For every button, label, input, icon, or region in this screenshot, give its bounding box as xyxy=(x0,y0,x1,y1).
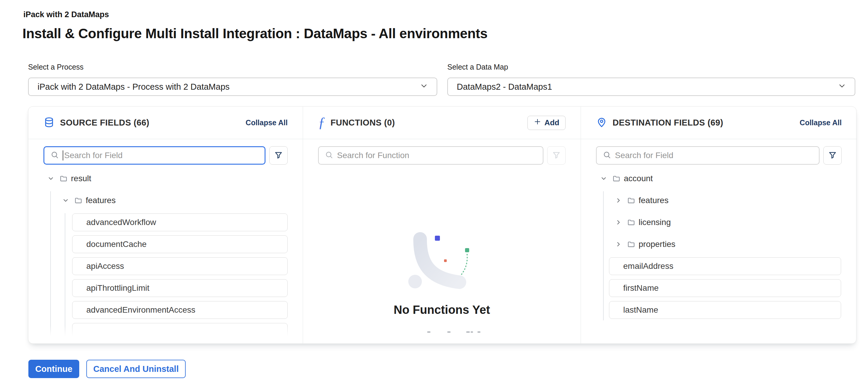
chevron-down-icon[interactable] xyxy=(47,175,55,183)
datamap-select-label: Select a Data Map xyxy=(447,63,508,72)
source-field-chip[interactable]: advancedWorkflow xyxy=(72,214,288,231)
plus-icon xyxy=(534,118,541,128)
source-field-chip[interactable]: documentCache xyxy=(72,235,288,253)
datamap-select[interactable]: DataMaps2 - DataMaps1 xyxy=(447,78,855,96)
empty-state-illustration xyxy=(406,231,483,297)
functions-search-row xyxy=(318,146,565,165)
folder-label: properties xyxy=(639,240,676,249)
chevron-right-icon[interactable] xyxy=(615,197,622,204)
source-panel-title: SOURCE FIELDS (66) xyxy=(60,118,149,128)
continue-button[interactable]: Continue xyxy=(28,360,79,378)
chevron-right-icon[interactable] xyxy=(615,241,622,248)
folder-icon xyxy=(59,174,68,183)
source-fields-panel: SOURCE FIELDS (66) Collapse All xyxy=(28,107,303,343)
functions-panel-title: FUNCTIONS (0) xyxy=(331,118,395,128)
destination-folder-account[interactable]: account xyxy=(596,170,842,188)
destination-fields-panel: DESTINATION FIELDS (69) Collapse All xyxy=(581,107,857,343)
add-function-button[interactable]: Add xyxy=(527,116,565,130)
source-field-chip[interactable]: apiAccess xyxy=(72,257,288,275)
filter-icon xyxy=(552,151,561,161)
destination-field-chip[interactable]: lastName xyxy=(609,301,841,319)
cancel-and-uninstall-button[interactable]: Cancel And Uninstall xyxy=(86,360,186,378)
folder-icon xyxy=(627,196,635,204)
source-folder-features[interactable]: features xyxy=(43,192,288,209)
page-title: Install & Configure Multi Install Integr… xyxy=(23,25,488,41)
source-search-row xyxy=(43,146,288,165)
chevron-down-icon xyxy=(838,81,846,92)
destination-search-row xyxy=(596,146,842,165)
functions-panel: ƒ FUNCTIONS (0) Add xyxy=(303,107,581,343)
clipped-caption-fragments xyxy=(315,331,581,333)
search-icon xyxy=(602,150,615,161)
source-panel-header: SOURCE FIELDS (66) Collapse All xyxy=(28,107,303,139)
source-field-chip[interactable]: apiThrottlingLimit xyxy=(72,279,288,297)
destination-folder-properties[interactable]: properties xyxy=(596,235,842,253)
source-field-chip[interactable]: advancedEnvironmentAccess xyxy=(72,301,288,319)
breadcrumb: iPack with 2 DataMaps xyxy=(23,10,109,19)
text-cursor xyxy=(63,150,63,161)
search-icon xyxy=(324,150,337,161)
folder-icon xyxy=(612,174,621,183)
database-icon xyxy=(43,117,55,129)
source-folder-result[interactable]: result xyxy=(43,170,288,188)
destination-collapse-all-button[interactable]: Collapse All xyxy=(800,118,842,127)
function-icon: ƒ xyxy=(318,115,325,130)
functions-filter-button[interactable] xyxy=(547,146,565,165)
destination-folder-licensing[interactable]: licensing xyxy=(596,214,842,231)
folder-icon xyxy=(627,218,635,226)
filter-icon xyxy=(274,151,283,161)
functions-panel-header: ƒ FUNCTIONS (0) Add xyxy=(303,107,581,139)
folder-label: licensing xyxy=(639,218,671,227)
source-search-input[interactable] xyxy=(64,151,259,160)
source-filter-button[interactable] xyxy=(269,146,288,165)
datamap-select-value: DataMaps2 - DataMaps1 xyxy=(457,82,838,92)
folder-icon xyxy=(74,196,83,204)
destination-field-tree: account features licensing xyxy=(596,170,842,339)
install-configure-page: iPack with 2 DataMaps Install & Configur… xyxy=(0,0,868,392)
process-select-label: Select a Process xyxy=(28,63,84,72)
folder-label: account xyxy=(624,174,653,183)
chevron-down-icon[interactable] xyxy=(62,197,69,204)
destination-folder-features[interactable]: features xyxy=(596,192,842,209)
destination-field-chip[interactable]: firstName xyxy=(609,279,841,297)
destination-panel-title: DESTINATION FIELDS (69) xyxy=(613,118,723,128)
folder-label: features xyxy=(86,196,116,205)
source-field-tree: result features advancedWorkflow documen… xyxy=(43,170,288,339)
destination-filter-button[interactable] xyxy=(824,146,842,165)
source-collapse-all-button[interactable]: Collapse All xyxy=(246,118,288,127)
chevron-right-icon[interactable] xyxy=(615,219,622,226)
source-search-box[interactable] xyxy=(43,146,266,165)
functions-search-input[interactable] xyxy=(337,151,537,160)
functions-search-box[interactable] xyxy=(318,146,544,165)
destination-search-input[interactable] xyxy=(615,151,814,160)
empty-state-title: No Functions Yet xyxy=(303,303,581,316)
tree-indent-guide xyxy=(603,191,604,320)
folder-icon xyxy=(627,240,635,248)
process-select[interactable]: iPack with 2 DataMaps - Process with 2 D… xyxy=(28,78,437,96)
folder-label: result xyxy=(71,174,91,183)
add-button-label: Add xyxy=(544,118,559,127)
tree-indent-guide xyxy=(65,213,65,339)
tree-indent-guide xyxy=(50,191,51,339)
chevron-down-icon[interactable] xyxy=(600,175,608,183)
destination-panel-header: DESTINATION FIELDS (69) Collapse All xyxy=(581,107,857,139)
destination-search-box[interactable] xyxy=(596,146,819,165)
source-field-chip-clipped[interactable] xyxy=(72,323,288,339)
process-select-value: iPack with 2 DataMaps - Process with 2 D… xyxy=(37,82,420,92)
location-pin-icon xyxy=(596,117,607,129)
chevron-down-icon xyxy=(420,81,428,92)
mapping-card: SOURCE FIELDS (66) Collapse All xyxy=(28,106,857,344)
destination-field-chip[interactable]: emailAddress xyxy=(609,257,841,275)
folder-label: features xyxy=(639,196,669,205)
search-icon xyxy=(50,150,63,161)
filter-icon xyxy=(828,151,837,161)
